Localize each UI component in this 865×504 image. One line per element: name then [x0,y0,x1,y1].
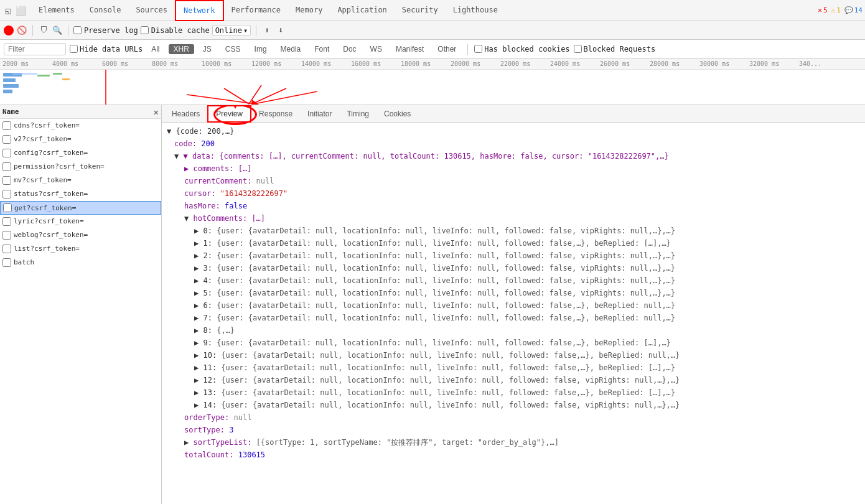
ruler-mark-6: 14000 ms [299,60,348,67]
json-hot-7: ▶ 7: {user: {avatarDetail: null, locatio… [162,312,865,324]
preserve-log-label[interactable]: Preserve log [73,26,138,35]
request-checkbox-list[interactable] [2,245,11,253]
has-blocked-cookies-checkbox[interactable] [474,45,482,53]
blocked-requests-label[interactable]: Blocked Requests [574,45,656,54]
json-hot-0: ▶ 0: {user: {avatarDetail: null, locatio… [162,225,865,237]
request-item-mv[interactable]: mv?csrf_token= [0,174,161,187]
request-checkbox-get[interactable] [3,203,12,212]
tab-security[interactable]: Security [395,0,446,21]
request-checkbox-lyric[interactable] [2,217,11,226]
dock-icon[interactable]: ◱ [2,5,14,16]
request-checkbox-batch[interactable] [2,258,11,267]
filter-xhr-button[interactable]: XHR [169,44,194,54]
network-throttle-select[interactable]: Online ▾ [212,25,251,36]
hide-data-urls-checkbox[interactable] [70,45,78,53]
request-checkbox-cdns[interactable] [2,121,11,130]
filter-other-button[interactable]: Other [432,44,461,54]
expand-hot-comments[interactable]: ▼ [184,214,189,223]
request-item-config[interactable]: config?csrf_token= [0,146,161,160]
request-name-list: list?csrf_token= [14,245,80,253]
disable-cache-label[interactable]: Disable cache [141,26,210,35]
tab-timing[interactable]: Timing [339,105,376,123]
request-item-weblog[interactable]: weblog?csrf_token= [0,228,161,242]
top-tab-bar: ◱ ⬜ Elements Console Sources Network Per… [0,0,865,21]
inspect-icon[interactable]: ⬜ [15,5,26,16]
disable-cache-checkbox[interactable] [141,26,149,34]
filter-css-button[interactable]: CSS [220,44,246,54]
request-name-cdns: cdns?csrf_token= [14,121,80,129]
tab-application[interactable]: Application [330,0,394,21]
tab-sources[interactable]: Sources [128,0,175,21]
tab-network[interactable]: Network [175,0,224,21]
request-item-get[interactable]: get?csrf_token= [0,201,161,215]
list-header: Name ✕ [0,105,161,119]
request-list-panel: Name ✕ cdns?csrf_token= v2?csrf_token= c… [0,105,162,504]
tab-console[interactable]: Console [82,0,129,21]
ruler-mark-3: 8000 ms [149,60,199,67]
request-list: cdns?csrf_token= v2?csrf_token= config?c… [0,119,161,504]
chevron-down-icon: ▾ [243,26,248,35]
preserve-log-checkbox[interactable] [73,26,82,34]
svg-rect-7 [62,78,70,80]
main-area: Name ✕ cdns?csrf_token= v2?csrf_token= c… [0,105,865,504]
error-icon: ✕ [818,6,822,14]
request-item-v2[interactable]: v2?csrf_token= [0,133,161,146]
request-item-cdns[interactable]: cdns?csrf_token= [0,119,161,133]
request-item-permission[interactable]: permission?csrf_token= [0,160,161,174]
warning-badge: ⚠ 1 [831,6,841,14]
ruler-mark-7: 16000 ms [348,60,398,67]
svg-line-13 [254,91,317,104]
hide-data-urls-label[interactable]: Hide data URLs [70,45,143,54]
tab-memory[interactable]: Memory [288,0,330,21]
devtools-icons: ◱ ⬜ [2,5,26,16]
tab-lighthouse[interactable]: Lighthouse [446,0,505,21]
filter-img-button[interactable]: Img [250,44,272,54]
import-button[interactable]: ⬆ [261,25,273,36]
expand-sort-type-list[interactable]: ▶ [184,438,189,447]
record-button[interactable] [4,26,14,35]
export-button[interactable]: ⬇ [275,25,286,36]
filter-font-button[interactable]: Font [309,44,334,54]
tab-headers[interactable]: Headers [164,105,207,123]
tab-cookies[interactable]: Cookies [376,105,418,123]
request-checkbox-permission[interactable] [2,162,11,171]
request-name-mv: mv?csrf_token= [14,176,72,184]
close-detail-button[interactable]: ✕ [154,107,159,117]
json-hot-comments: ▼ hotComments: […] [162,212,865,225]
request-checkbox-v2[interactable] [2,135,11,144]
tab-elements[interactable]: Elements [31,0,82,21]
filter-media-button[interactable]: Media [276,44,306,54]
request-item-lyric[interactable]: lyric?csrf_token= [0,215,161,228]
request-checkbox-mv[interactable] [2,176,11,185]
json-hot-6: ▶ 6: {user: {avatarDetail: null, locatio… [162,299,865,312]
tab-performance[interactable]: Performance [224,0,288,21]
request-item-batch[interactable]: batch [0,256,161,269]
tab-response[interactable]: Response [251,105,300,123]
svg-line-11 [249,85,261,104]
filter-all-button[interactable]: All [146,44,164,54]
filter-button[interactable]: ⛉ [38,25,49,36]
svg-rect-6 [53,73,62,75]
clear-button[interactable]: 🚫 [16,25,27,36]
request-item-list[interactable]: list?csrf_token= [0,242,161,256]
request-checkbox-status[interactable] [2,190,11,198]
tab-preview[interactable]: Preview [207,105,251,123]
filter-sep [467,44,468,55]
request-checkbox-weblog[interactable] [2,231,11,240]
search-button[interactable]: 🔍 [52,25,63,36]
filter-js-button[interactable]: JS [198,44,217,54]
request-checkbox-config[interactable] [2,149,11,157]
tab-initiator[interactable]: Initiator [300,105,339,123]
expand-data[interactable]: ▼ [174,152,179,161]
detail-preview-content[interactable]: ▼ {code: 200,…} code: 200 ▼ ▼ data: {com… [162,123,865,504]
detail-tabs-container: Headers Preview Response Initiator Timin… [162,105,865,123]
filter-input[interactable] [4,43,66,55]
blocked-requests-checkbox[interactable] [574,45,582,53]
filter-manifest-button[interactable]: Manifest [391,44,429,54]
filter-doc-button[interactable]: Doc [338,44,361,54]
request-item-status[interactable]: status?csrf_token= [0,187,161,201]
request-name-config: config?csrf_token= [14,149,88,157]
filter-ws-button[interactable]: WS [365,44,387,54]
expand-root[interactable]: ▼ [167,127,171,136]
has-blocked-cookies-label[interactable]: Has blocked cookies [474,45,569,54]
